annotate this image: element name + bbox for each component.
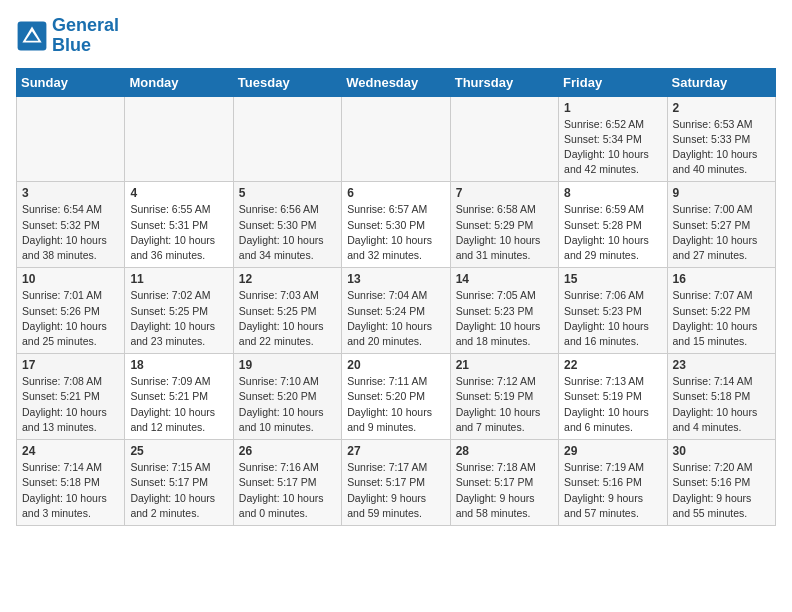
day-info: Sunrise: 7:07 AM Sunset: 5:22 PM Dayligh… (673, 288, 770, 349)
day-info: Sunrise: 7:05 AM Sunset: 5:23 PM Dayligh… (456, 288, 553, 349)
col-header-sunday: Sunday (17, 68, 125, 96)
day-cell-26: 26Sunrise: 7:16 AM Sunset: 5:17 PM Dayli… (233, 440, 341, 526)
day-cell-21: 21Sunrise: 7:12 AM Sunset: 5:19 PM Dayli… (450, 354, 558, 440)
day-info: Sunrise: 6:59 AM Sunset: 5:28 PM Dayligh… (564, 202, 661, 263)
day-info: Sunrise: 7:18 AM Sunset: 5:17 PM Dayligh… (456, 460, 553, 521)
day-number: 16 (673, 272, 770, 286)
week-row-5: 24Sunrise: 7:14 AM Sunset: 5:18 PM Dayli… (17, 440, 776, 526)
logo: General Blue (16, 16, 119, 56)
col-header-friday: Friday (559, 68, 667, 96)
day-info: Sunrise: 7:17 AM Sunset: 5:17 PM Dayligh… (347, 460, 444, 521)
day-info: Sunrise: 7:06 AM Sunset: 5:23 PM Dayligh… (564, 288, 661, 349)
day-info: Sunrise: 7:09 AM Sunset: 5:21 PM Dayligh… (130, 374, 227, 435)
empty-cell (17, 96, 125, 182)
day-info: Sunrise: 7:12 AM Sunset: 5:19 PM Dayligh… (456, 374, 553, 435)
day-info: Sunrise: 7:08 AM Sunset: 5:21 PM Dayligh… (22, 374, 119, 435)
header-row: SundayMondayTuesdayWednesdayThursdayFrid… (17, 68, 776, 96)
day-info: Sunrise: 7:15 AM Sunset: 5:17 PM Dayligh… (130, 460, 227, 521)
day-number: 20 (347, 358, 444, 372)
day-cell-20: 20Sunrise: 7:11 AM Sunset: 5:20 PM Dayli… (342, 354, 450, 440)
day-info: Sunrise: 7:01 AM Sunset: 5:26 PM Dayligh… (22, 288, 119, 349)
day-number: 3 (22, 186, 119, 200)
day-number: 13 (347, 272, 444, 286)
day-cell-13: 13Sunrise: 7:04 AM Sunset: 5:24 PM Dayli… (342, 268, 450, 354)
day-info: Sunrise: 6:52 AM Sunset: 5:34 PM Dayligh… (564, 117, 661, 178)
day-info: Sunrise: 7:02 AM Sunset: 5:25 PM Dayligh… (130, 288, 227, 349)
day-cell-10: 10Sunrise: 7:01 AM Sunset: 5:26 PM Dayli… (17, 268, 125, 354)
day-info: Sunrise: 7:16 AM Sunset: 5:17 PM Dayligh… (239, 460, 336, 521)
day-info: Sunrise: 7:19 AM Sunset: 5:16 PM Dayligh… (564, 460, 661, 521)
day-number: 23 (673, 358, 770, 372)
day-number: 21 (456, 358, 553, 372)
page-header: General Blue (16, 16, 776, 56)
day-cell-16: 16Sunrise: 7:07 AM Sunset: 5:22 PM Dayli… (667, 268, 775, 354)
week-row-3: 10Sunrise: 7:01 AM Sunset: 5:26 PM Dayli… (17, 268, 776, 354)
day-number: 26 (239, 444, 336, 458)
day-cell-15: 15Sunrise: 7:06 AM Sunset: 5:23 PM Dayli… (559, 268, 667, 354)
day-cell-27: 27Sunrise: 7:17 AM Sunset: 5:17 PM Dayli… (342, 440, 450, 526)
day-cell-12: 12Sunrise: 7:03 AM Sunset: 5:25 PM Dayli… (233, 268, 341, 354)
col-header-saturday: Saturday (667, 68, 775, 96)
day-cell-2: 2Sunrise: 6:53 AM Sunset: 5:33 PM Daylig… (667, 96, 775, 182)
day-cell-9: 9Sunrise: 7:00 AM Sunset: 5:27 PM Daylig… (667, 182, 775, 268)
day-cell-18: 18Sunrise: 7:09 AM Sunset: 5:21 PM Dayli… (125, 354, 233, 440)
day-info: Sunrise: 7:13 AM Sunset: 5:19 PM Dayligh… (564, 374, 661, 435)
week-row-1: 1Sunrise: 6:52 AM Sunset: 5:34 PM Daylig… (17, 96, 776, 182)
day-cell-30: 30Sunrise: 7:20 AM Sunset: 5:16 PM Dayli… (667, 440, 775, 526)
day-number: 15 (564, 272, 661, 286)
day-cell-5: 5Sunrise: 6:56 AM Sunset: 5:30 PM Daylig… (233, 182, 341, 268)
calendar-table: SundayMondayTuesdayWednesdayThursdayFrid… (16, 68, 776, 526)
day-info: Sunrise: 6:56 AM Sunset: 5:30 PM Dayligh… (239, 202, 336, 263)
day-cell-17: 17Sunrise: 7:08 AM Sunset: 5:21 PM Dayli… (17, 354, 125, 440)
day-number: 10 (22, 272, 119, 286)
day-number: 2 (673, 101, 770, 115)
day-number: 25 (130, 444, 227, 458)
day-info: Sunrise: 7:14 AM Sunset: 5:18 PM Dayligh… (22, 460, 119, 521)
day-cell-25: 25Sunrise: 7:15 AM Sunset: 5:17 PM Dayli… (125, 440, 233, 526)
day-number: 30 (673, 444, 770, 458)
week-row-2: 3Sunrise: 6:54 AM Sunset: 5:32 PM Daylig… (17, 182, 776, 268)
day-info: Sunrise: 7:20 AM Sunset: 5:16 PM Dayligh… (673, 460, 770, 521)
day-number: 4 (130, 186, 227, 200)
day-cell-4: 4Sunrise: 6:55 AM Sunset: 5:31 PM Daylig… (125, 182, 233, 268)
col-header-thursday: Thursday (450, 68, 558, 96)
day-number: 22 (564, 358, 661, 372)
empty-cell (342, 96, 450, 182)
day-number: 11 (130, 272, 227, 286)
day-info: Sunrise: 7:03 AM Sunset: 5:25 PM Dayligh… (239, 288, 336, 349)
day-cell-28: 28Sunrise: 7:18 AM Sunset: 5:17 PM Dayli… (450, 440, 558, 526)
week-row-4: 17Sunrise: 7:08 AM Sunset: 5:21 PM Dayli… (17, 354, 776, 440)
logo-text: General Blue (52, 16, 119, 56)
day-info: Sunrise: 7:10 AM Sunset: 5:20 PM Dayligh… (239, 374, 336, 435)
day-info: Sunrise: 6:58 AM Sunset: 5:29 PM Dayligh… (456, 202, 553, 263)
empty-cell (125, 96, 233, 182)
day-number: 24 (22, 444, 119, 458)
day-cell-23: 23Sunrise: 7:14 AM Sunset: 5:18 PM Dayli… (667, 354, 775, 440)
day-info: Sunrise: 7:04 AM Sunset: 5:24 PM Dayligh… (347, 288, 444, 349)
day-cell-14: 14Sunrise: 7:05 AM Sunset: 5:23 PM Dayli… (450, 268, 558, 354)
col-header-wednesday: Wednesday (342, 68, 450, 96)
day-number: 28 (456, 444, 553, 458)
day-cell-3: 3Sunrise: 6:54 AM Sunset: 5:32 PM Daylig… (17, 182, 125, 268)
empty-cell (450, 96, 558, 182)
day-cell-29: 29Sunrise: 7:19 AM Sunset: 5:16 PM Dayli… (559, 440, 667, 526)
day-info: Sunrise: 6:57 AM Sunset: 5:30 PM Dayligh… (347, 202, 444, 263)
day-cell-19: 19Sunrise: 7:10 AM Sunset: 5:20 PM Dayli… (233, 354, 341, 440)
day-info: Sunrise: 7:00 AM Sunset: 5:27 PM Dayligh… (673, 202, 770, 263)
day-number: 29 (564, 444, 661, 458)
col-header-tuesday: Tuesday (233, 68, 341, 96)
day-cell-24: 24Sunrise: 7:14 AM Sunset: 5:18 PM Dayli… (17, 440, 125, 526)
day-cell-1: 1Sunrise: 6:52 AM Sunset: 5:34 PM Daylig… (559, 96, 667, 182)
day-number: 6 (347, 186, 444, 200)
day-number: 8 (564, 186, 661, 200)
day-cell-6: 6Sunrise: 6:57 AM Sunset: 5:30 PM Daylig… (342, 182, 450, 268)
day-number: 1 (564, 101, 661, 115)
day-info: Sunrise: 6:54 AM Sunset: 5:32 PM Dayligh… (22, 202, 119, 263)
day-number: 19 (239, 358, 336, 372)
day-cell-7: 7Sunrise: 6:58 AM Sunset: 5:29 PM Daylig… (450, 182, 558, 268)
day-cell-22: 22Sunrise: 7:13 AM Sunset: 5:19 PM Dayli… (559, 354, 667, 440)
day-cell-8: 8Sunrise: 6:59 AM Sunset: 5:28 PM Daylig… (559, 182, 667, 268)
day-info: Sunrise: 7:14 AM Sunset: 5:18 PM Dayligh… (673, 374, 770, 435)
day-info: Sunrise: 6:53 AM Sunset: 5:33 PM Dayligh… (673, 117, 770, 178)
day-number: 14 (456, 272, 553, 286)
